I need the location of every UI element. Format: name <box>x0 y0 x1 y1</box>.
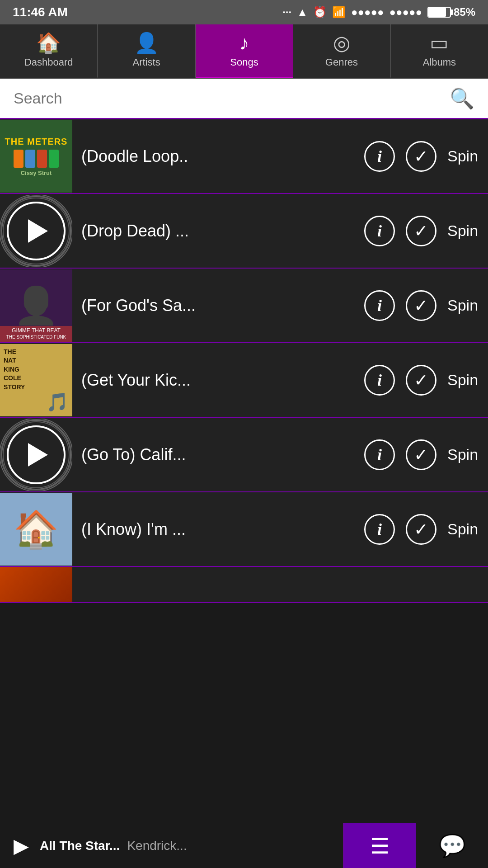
list-item: (Drop Dead) ... i ✓ Spin <box>0 194 488 269</box>
house-icon: 🏠 <box>14 508 59 551</box>
info-button-4[interactable]: i <box>364 365 395 396</box>
songs-icon: ♪ <box>239 33 249 53</box>
list-item: THENATKINGCOLESTORY 🎵 (Get Your Kic... i… <box>0 343 488 418</box>
song-list: THE METERS Cissy Strut (Doodle Loop.. i … <box>0 119 488 603</box>
status-time: 11:46 AM <box>13 5 68 19</box>
chat-bubble-icon: 💬 <box>439 833 466 859</box>
player-right: ☰ 💬 <box>343 823 488 868</box>
spin-button-2[interactable]: Spin <box>447 222 479 240</box>
album-art-house: 🏠 <box>0 493 72 566</box>
album-art-natkingcole: THENATKINGCOLESTORY 🎵 <box>0 344 72 416</box>
player-queue-button[interactable]: ☰ <box>343 823 416 868</box>
song-art-2 <box>0 195 72 267</box>
spin-button-1[interactable]: Spin <box>447 147 479 165</box>
list-item: 🏠 (I Know) I'm ... i ✓ Spin <box>0 492 488 567</box>
song-art-3: GIMME THAT BEATTHE SOPHISTICATED FUNK <box>0 269 72 342</box>
tab-artists[interactable]: 👤 Artists <box>98 24 195 78</box>
album-art-partial <box>0 567 72 603</box>
song-art-1: THE METERS Cissy Strut <box>0 120 72 193</box>
search-icon[interactable]: 🔍 <box>450 87 474 110</box>
song-art-5 <box>0 419 72 491</box>
tab-songs-label: Songs <box>230 57 258 68</box>
song-title-4: (Get Your Kic... <box>81 371 355 390</box>
battery-percent: 85% <box>454 6 475 19</box>
cellular-icon2: ●●●●● <box>389 6 422 19</box>
song-title-5: (Go To) Calif... <box>81 445 355 464</box>
player-track-name: All The Star... <box>40 839 120 853</box>
check-button-6[interactable]: ✓ <box>406 514 436 545</box>
check-button-4[interactable]: ✓ <box>406 365 436 396</box>
search-input[interactable] <box>14 90 450 107</box>
list-item: THE METERS Cissy Strut (Doodle Loop.. i … <box>0 119 488 194</box>
info-button-5[interactable]: i <box>364 439 395 470</box>
tab-dashboard[interactable]: 🏠 Dashboard <box>0 24 98 78</box>
spin-button-4[interactable]: Spin <box>447 371 479 389</box>
tab-genres[interactable]: ◎ Genres <box>293 24 390 78</box>
spin-button-5[interactable]: Spin <box>447 446 479 463</box>
player-chat-button[interactable]: 💬 <box>416 823 488 868</box>
cellular-icon: ●●●●● <box>351 6 384 19</box>
tab-dashboard-label: Dashboard <box>24 57 73 68</box>
status-bar: 11:46 AM ··· ▲ ⏰ 📶 ●●●●● ●●●●● 85% <box>0 0 488 24</box>
bluetooth-icon: ▲ <box>297 6 308 19</box>
check-button-1[interactable]: ✓ <box>406 141 436 172</box>
info-button-6[interactable]: i <box>364 514 395 545</box>
genres-icon: ◎ <box>333 33 350 53</box>
song-actions-1: i ✓ Spin <box>364 141 479 172</box>
check-button-3[interactable]: ✓ <box>406 290 436 321</box>
status-icons: ··· ▲ ⏰ 📶 ●●●●● ●●●●● 85% <box>282 6 475 19</box>
tab-albums-label: Albums <box>423 57 456 68</box>
play-circle-2[interactable] <box>7 202 66 260</box>
alarm-icon: ⏰ <box>313 6 327 19</box>
signal-dots: ··· <box>282 6 291 19</box>
song-actions-5: i ✓ Spin <box>364 439 479 470</box>
song-title-3: (For God's Sa... <box>81 296 355 315</box>
play-rings-5 <box>0 419 72 491</box>
song-actions-2: i ✓ Spin <box>364 216 479 246</box>
play-circle-5[interactable] <box>7 425 66 484</box>
albums-icon: ▭ <box>430 33 449 53</box>
info-button-1[interactable]: i <box>364 141 395 172</box>
battery-indicator: 85% <box>427 6 475 19</box>
artists-icon: 👤 <box>134 33 159 53</box>
queue-list-icon: ☰ <box>370 833 389 859</box>
info-button-3[interactable]: i <box>364 290 395 321</box>
play-rings-2 <box>0 195 72 267</box>
list-item: GIMME THAT BEATTHE SOPHISTICATED FUNK (F… <box>0 269 488 343</box>
song-actions-6: i ✓ Spin <box>364 514 479 545</box>
list-item: (Go To) Calif... i ✓ Spin <box>0 418 488 492</box>
song-title-6: (I Know) I'm ... <box>81 520 355 539</box>
song-art-6: 🏠 <box>0 493 72 566</box>
play-triangle-icon <box>28 443 48 467</box>
play-triangle-icon <box>28 219 48 243</box>
info-button-2[interactable]: i <box>364 216 395 246</box>
song-art-7 <box>0 567 72 603</box>
wifi-icon: 📶 <box>332 6 346 19</box>
check-button-2[interactable]: ✓ <box>406 216 436 246</box>
search-bar: 🔍 <box>0 79 488 119</box>
song-title-1: (Doodle Loop.. <box>81 147 355 166</box>
song-art-4: THENATKINGCOLESTORY 🎵 <box>0 344 72 416</box>
tab-artists-label: Artists <box>133 57 160 68</box>
spin-button-6[interactable]: Spin <box>447 520 479 538</box>
tab-genres-label: Genres <box>325 57 358 68</box>
player-play-button[interactable]: ▶ <box>14 834 29 857</box>
spin-button-3[interactable]: Spin <box>447 297 479 314</box>
song-actions-3: i ✓ Spin <box>364 290 479 321</box>
dashboard-icon: 🏠 <box>36 33 61 53</box>
player-artist-name: Kendrick... <box>127 839 187 853</box>
bottom-player: ▶ All The Star... Kendrick... ☰ 💬 <box>0 823 488 868</box>
nav-tabs: 🏠 Dashboard 👤 Artists ♪ Songs ◎ Genres ▭… <box>0 24 488 79</box>
album-art-biggie: GIMME THAT BEATTHE SOPHISTICATED FUNK <box>0 269 72 342</box>
player-info: All The Star... Kendrick... <box>40 839 187 853</box>
check-button-5[interactable]: ✓ <box>406 439 436 470</box>
tab-albums[interactable]: ▭ Albums <box>391 24 488 78</box>
song-title-2: (Drop Dead) ... <box>81 222 355 241</box>
tab-songs[interactable]: ♪ Songs <box>196 24 293 78</box>
list-item <box>0 567 488 603</box>
song-actions-4: i ✓ Spin <box>364 365 479 396</box>
player-left: ▶ All The Star... Kendrick... <box>0 834 343 857</box>
